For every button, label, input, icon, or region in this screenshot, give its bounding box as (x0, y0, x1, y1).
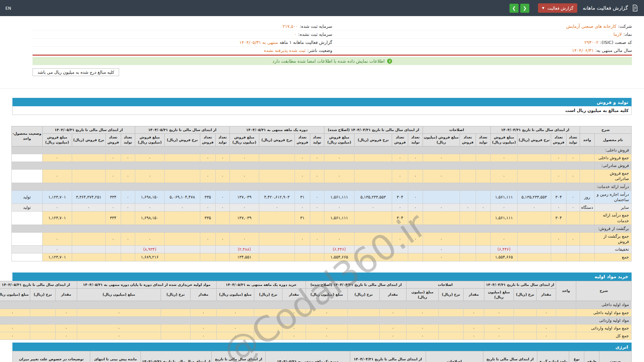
measure-header: مبلغ فروش (میلیون ریال) (423, 134, 460, 146)
value-cell: ۱,۵۵۴,۶۶۵ (324, 253, 354, 261)
production-amount-note: کلیه مبالغ به میلیون ریال است (12, 106, 632, 115)
status-cell (11, 246, 42, 253)
company-info-row: سال مالی منتهی به:۱۴۰۴/۰۶/۳۱ (332, 47, 632, 55)
value-cell: ۰ (423, 246, 460, 253)
group-header-row: شرحواحداز ابتدای سال مالی تا تاریخ ۱۴۰۴/… (0, 281, 632, 288)
value-cell (259, 232, 294, 245)
value-cell: ۰ (215, 154, 229, 162)
value-cell: ۰ (406, 309, 438, 316)
value-cell: ۰ (464, 324, 484, 332)
unit-cell (580, 232, 595, 245)
info-label: کد صنعت (ISIC): (600, 40, 632, 45)
row-label: جمع برگشت از فروش (595, 232, 632, 245)
value-cell: ۱۳۴,۵۵۱ (229, 253, 259, 261)
amount-note-row: کلیه مبالغ درج شده به میلیون ریال می باش… (33, 68, 632, 76)
measure-header: مبلغ فروش (میلیون ریال) (42, 134, 72, 146)
period-group-header: از ابتدای سال مالی تا تاریخ ۱۴۰۳/۰۵/۳۱ (42, 126, 135, 134)
value-cell: ۰ (215, 204, 229, 212)
report-type-button[interactable]: گزارش فعالیت ▼ (538, 3, 577, 13)
value-cell (161, 309, 190, 316)
value-cell (518, 154, 551, 162)
section-row: برگشت از فروش: (11, 225, 631, 232)
value-cell (439, 324, 464, 332)
value-cell: ۳۳۵ (200, 212, 215, 225)
value-cell (476, 154, 490, 162)
value-cell: ۰ (567, 232, 580, 245)
energy-column-header: نوع انرژی (569, 351, 584, 362)
value-cell: ۰ (294, 170, 310, 183)
data-row: جمع برگشت از فروش۰۰۰۰۰۰۰۰۰۰۰۰۰۰۰۰ (11, 232, 631, 245)
value-cell (259, 170, 294, 183)
value-cell: ۰ (324, 204, 354, 212)
value-cell (121, 246, 135, 253)
table-head: شرحواحداز ابتدای سال مالی تا تاریخ ۱۴۰۴/… (0, 281, 632, 301)
period-group-header: دوره یک ماهه منتهی به ۱۴۰۴/۰۵/۳۱ (229, 126, 324, 134)
measure-header: مبلغ فروش (میلیون ریال) (229, 134, 259, 146)
value-cell: ۳۰۴ (392, 212, 408, 225)
value-cell: ۰ (423, 204, 460, 212)
chevron-down-icon: ▼ (542, 7, 544, 10)
value-cell: ۳۳۵ (200, 190, 215, 203)
value-cell: ۰ (229, 170, 259, 183)
value-cell: ۰ (567, 204, 580, 212)
section-title-production: تولید و فروش (12, 98, 632, 106)
value-cell: ۰ (310, 232, 324, 245)
measure-header: تعداد فروش (551, 134, 567, 146)
row-label: مواد اولیه وارداتی (576, 316, 632, 324)
value-cell: ۰ (567, 154, 580, 162)
value-cell: ۰ (406, 324, 438, 332)
unit-cell: روز (580, 190, 595, 203)
value-cell (518, 253, 551, 261)
value-cell (215, 246, 229, 253)
prev-report-button[interactable]: ❮ (509, 4, 519, 13)
value-cell (476, 212, 490, 225)
value-cell: ۱,۵۶۱,۱۱۱ (490, 190, 517, 203)
value-cell: ۰ (200, 204, 215, 212)
company-info-left-column: سرمایه ثبت شده:۲۱۷,۵۰۰سرمایه ثبت نشده:۰گ… (33, 22, 332, 55)
company-info-columns: شرکت:کارخانه های صنعتی آزمایشنماد:لازماک… (33, 22, 632, 55)
energy-column-header: طبقه (584, 351, 599, 362)
value-cell: ۰ (484, 324, 514, 332)
value-cell (347, 309, 379, 316)
group-header-row: شرحاز ابتدای سال مالی تا تاریخ ۱۴۰۴/۰۴/۳… (11, 126, 631, 134)
value-cell: ۰ (55, 324, 77, 332)
section-fill (11, 146, 594, 154)
measure-header: تعداد تولید (567, 134, 580, 146)
value-cell: ۰ (310, 204, 324, 212)
value-cell: ۰ (282, 332, 306, 340)
value-cell (476, 253, 490, 261)
language-toggle[interactable]: EN (5, 6, 11, 11)
measure-header: مقدار (190, 288, 216, 301)
company-link[interactable]: کارخانه های صنعتی آزمایش (566, 24, 616, 29)
value-cell: ۳۳۴ (105, 212, 121, 225)
table-head: صنعتطبقهنوع انرژیواحد اندازه گیریاز ابتد… (13, 351, 632, 362)
value-cell (30, 324, 55, 332)
sub-header-row: مقدارنرخ (ریال)مبلغ (میلیون ریال)مقدارنر… (0, 288, 632, 301)
measure-header: تعداد تولید (476, 134, 490, 146)
energy-column-header: مانده پیش بینی تا انتهای سال مالی ۱۴۰۴/۰… (90, 351, 141, 362)
value-cell: ۰ (0, 332, 30, 340)
next-report-button[interactable]: ❯ (520, 4, 529, 13)
value-cell (354, 212, 392, 225)
value-cell (476, 190, 490, 203)
value-cell: ۰ (306, 332, 347, 340)
energy-column-header: از ابتدای سال مالی تا تاریخ ۱۴۰۴/۰۵/۳۱ (212, 351, 266, 362)
value-cell: ۰ (379, 324, 406, 332)
value-cell: ۰ (190, 332, 216, 340)
value-cell: ۰ (216, 309, 254, 316)
measure-header: نرخ (ریال) (439, 288, 464, 301)
energy-column-header: از ابتدای سال مالی تا تاریخ ۱۴۰۴/۰۴/۳۱ (483, 351, 537, 362)
value-cell: ۰ (490, 154, 517, 162)
measure-header: مبلغ (میلیون ریال) (306, 288, 347, 301)
value-cell (254, 332, 282, 340)
group-header-row: صنعتطبقهنوع انرژیواحد اندازه گیریاز ابتد… (13, 351, 632, 362)
value-cell: ۰ (408, 154, 423, 162)
data-row: جمع فروش صادراتی۰۰۰۰۰۰۰۰۰۰۰۰۰۰۰۰ (11, 170, 631, 183)
value-cell (294, 246, 310, 253)
value-cell: ۰ (282, 309, 306, 316)
measure-header: مبلغ (میلیون ریال) (0, 288, 30, 301)
measure-header: مبلغ (میلیون ریال) (406, 288, 438, 301)
measure-header: مبلغ (میلیون ریال) (216, 288, 254, 301)
data-row: جمع مواد اولیه داخلی۰۰۰۰۰۰۰۰۰۰۰۰ (0, 309, 632, 316)
measure-header: مقدار (379, 288, 406, 301)
